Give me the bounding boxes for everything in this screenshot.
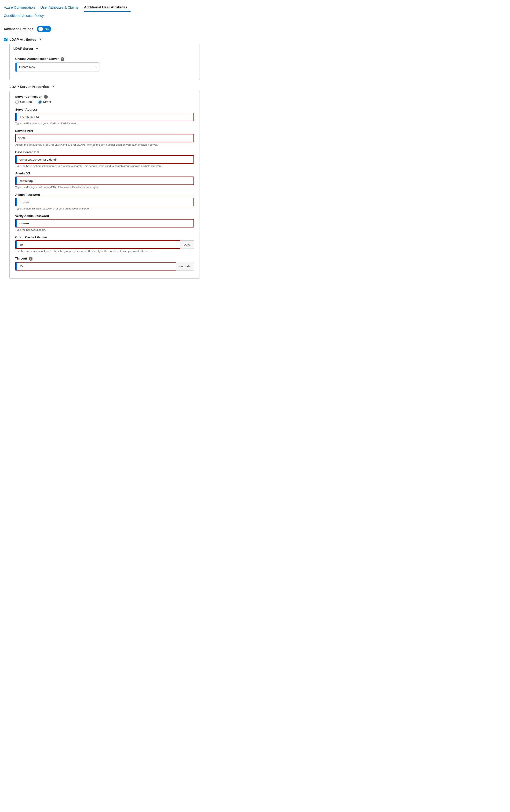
nav-conditional-access-policy[interactable]: Conditional Access Policy bbox=[4, 12, 47, 20]
nav-user-attributes-claims[interactable]: User Attributes & Claims bbox=[40, 3, 82, 12]
ldap-server-panel: LDAP Server Choose Authentication Server… bbox=[9, 44, 200, 80]
service-port-hint: Accept the default value (389 for LDAP a… bbox=[15, 143, 194, 146]
admin-password-input[interactable] bbox=[17, 198, 194, 206]
nav-additional-user-attributes[interactable]: Additional User Attributes bbox=[84, 3, 131, 12]
verify-admin-password-wrapper bbox=[15, 219, 194, 228]
ldap-server-properties-panel: Server Connection i Use Pool Direct bbox=[9, 91, 200, 279]
direct-label: Direct bbox=[43, 100, 51, 103]
ldap-server-properties-body: Server Connection i Use Pool Direct bbox=[9, 91, 200, 278]
ldap-server-section: LDAP Server Choose Authentication Server… bbox=[9, 44, 200, 279]
server-connection-radio-group: Use Pool Direct bbox=[15, 100, 194, 103]
server-address-input[interactable] bbox=[17, 113, 194, 121]
verify-admin-password-group: Verify Admin Password Type the password … bbox=[15, 214, 194, 231]
advanced-settings-row: Advanced Settings On bbox=[4, 26, 200, 32]
admin-dn-wrapper bbox=[15, 177, 194, 185]
choose-auth-server-select[interactable]: Create New bbox=[17, 63, 93, 71]
ldap-server-panel-header: LDAP Server bbox=[9, 44, 200, 53]
admin-dn-hint: Type the distinguished name (DN) of the … bbox=[15, 186, 194, 189]
use-pool-radio[interactable] bbox=[15, 100, 19, 103]
service-port-label: Service Port bbox=[15, 129, 194, 132]
ldap-server-chevron[interactable] bbox=[35, 48, 38, 50]
timeout-label: Timeout i bbox=[15, 257, 194, 261]
service-port-group: Service Port Accept the default value (3… bbox=[15, 129, 194, 146]
use-pool-label: Use Pool bbox=[20, 100, 32, 103]
verify-admin-password-label: Verify Admin Password bbox=[15, 214, 194, 218]
base-search-dn-label: Base Search DN bbox=[15, 150, 194, 154]
ldap-server-panel-body: Choose Authentication Server i Create Ne… bbox=[9, 53, 200, 80]
server-address-wrapper bbox=[15, 113, 194, 121]
nav-azure-configuration[interactable]: Azure Configuration bbox=[4, 3, 38, 12]
ldap-server-properties-title: LDAP Server Properties bbox=[9, 85, 49, 89]
admin-password-label: Admin Password bbox=[15, 193, 194, 197]
nav-header: Azure Configuration User Attributes & Cl… bbox=[0, 0, 203, 21]
ldap-server-properties-chevron[interactable] bbox=[52, 86, 55, 87]
verify-admin-password-hint: Type the password again. bbox=[15, 229, 194, 231]
group-cache-lifetime-group: Group Cache Lifetime Days The Access dev… bbox=[15, 235, 194, 252]
base-search-dn-wrapper bbox=[15, 155, 194, 164]
direct-radio[interactable] bbox=[38, 100, 41, 103]
timeout-group: Timeout i seconds bbox=[15, 257, 194, 271]
ldap-server-title: LDAP Server bbox=[13, 47, 33, 51]
ldap-attributes-section-header: LDAP Attributes bbox=[4, 37, 200, 41]
base-search-dn-input[interactable] bbox=[17, 156, 194, 163]
main-content: Advanced Settings On LDAP Attributes LDA… bbox=[0, 21, 203, 288]
admin-password-hint: Type the administrator password for your… bbox=[15, 207, 194, 210]
direct-option[interactable]: Direct bbox=[38, 100, 51, 103]
timeout-row: seconds bbox=[15, 262, 194, 271]
admin-password-wrapper bbox=[15, 198, 194, 206]
group-cache-lifetime-row: Days bbox=[15, 240, 194, 249]
group-cache-lifetime-unit: Days bbox=[180, 240, 194, 249]
timeout-unit: seconds bbox=[176, 262, 194, 271]
service-port-input[interactable] bbox=[15, 134, 194, 142]
group-cache-lifetime-wrapper bbox=[15, 240, 180, 249]
group-cache-lifetime-input[interactable] bbox=[17, 241, 180, 248]
verify-admin-password-input[interactable] bbox=[17, 219, 194, 227]
server-address-label: Server Address bbox=[15, 108, 194, 111]
choose-auth-server-info-icon[interactable]: i bbox=[61, 57, 64, 61]
base-search-dn-hint: Type the base distinguished name from wh… bbox=[15, 164, 194, 168]
admin-dn-input[interactable] bbox=[17, 177, 194, 184]
timeout-info-icon[interactable]: i bbox=[29, 257, 32, 261]
group-cache-lifetime-label: Group Cache Lifetime bbox=[15, 235, 194, 239]
group-cache-lifetime-hint: The Access device usually refreshes the … bbox=[15, 250, 194, 252]
admin-password-group: Admin Password Type the administrator pa… bbox=[15, 193, 194, 210]
choose-auth-server-select-wrapper: Create New ▾ bbox=[15, 62, 100, 72]
use-pool-option[interactable]: Use Pool bbox=[15, 100, 32, 103]
ldap-attributes-title: LDAP Attributes bbox=[9, 37, 36, 41]
choose-auth-server-group: Choose Authentication Server i Create Ne… bbox=[15, 57, 194, 72]
timeout-input[interactable] bbox=[17, 263, 176, 270]
server-connection-group: Server Connection i Use Pool Direct bbox=[15, 95, 194, 104]
select-arrow-icon: ▾ bbox=[93, 63, 99, 71]
admin-dn-label: Admin DN bbox=[15, 172, 194, 175]
toggle-knob bbox=[38, 27, 43, 31]
server-address-group: Server Address Type the IP address of yo… bbox=[15, 108, 194, 125]
server-connection-label: Server Connection i bbox=[15, 95, 194, 99]
timeout-wrapper bbox=[15, 262, 176, 271]
admin-dn-group: Admin DN Type the distinguished name (DN… bbox=[15, 172, 194, 189]
server-connection-info-icon[interactable]: i bbox=[44, 95, 48, 99]
ldap-attributes-chevron[interactable] bbox=[39, 38, 42, 40]
ldap-server-properties-header: LDAP Server Properties bbox=[9, 85, 200, 89]
advanced-settings-label: Advanced Settings bbox=[4, 27, 33, 31]
ldap-attributes-checkbox[interactable] bbox=[4, 38, 7, 41]
base-search-dn-group: Base Search DN Type the base distinguish… bbox=[15, 150, 194, 168]
server-address-hint: Type the IP address of your LDAP or LDAP… bbox=[15, 122, 194, 125]
toggle-on-text: On bbox=[45, 27, 49, 31]
choose-auth-server-label: Choose Authentication Server i bbox=[15, 57, 194, 61]
advanced-settings-toggle[interactable]: On bbox=[37, 26, 51, 32]
